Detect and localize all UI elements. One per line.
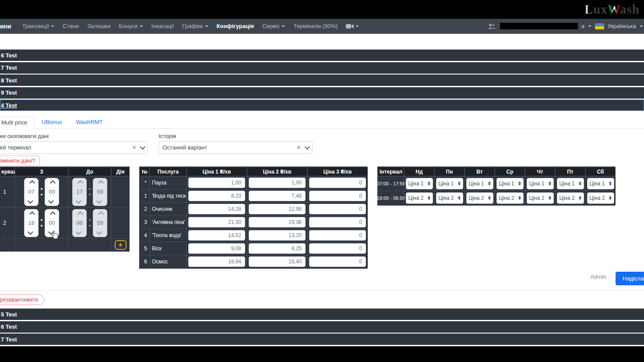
minute-value[interactable]: 00 — [45, 218, 59, 227]
price3-input[interactable] — [309, 243, 366, 254]
terminal-label[interactable]: 8 Test — [1, 77, 17, 84]
history-select[interactable]: Останній варіант ✕ — [158, 141, 313, 154]
terminal-row[interactable]: 9 Test — [0, 87, 644, 99]
hour-value[interactable]: 18 — [25, 218, 38, 227]
price1-input[interactable] — [188, 230, 245, 241]
price1-input[interactable] — [188, 217, 245, 227]
terminal-row[interactable]: 8 Test — [0, 75, 644, 86]
terminal-row-selected[interactable]: 4 Test — [0, 99, 644, 111]
col-header-service: Послуга — [150, 167, 187, 176]
user-menu[interactable]: a — [581, 23, 584, 29]
tab-ubonus[interactable]: UBonus — [35, 117, 69, 128]
spinner-down-icon[interactable] — [48, 229, 54, 235]
price3-input[interactable] — [309, 256, 366, 267]
add-interval-button[interactable]: + — [115, 240, 127, 250]
nav-item-service[interactable]: Сервіс — [262, 23, 285, 29]
nav-item-configuration[interactable]: Конфігурація — [217, 23, 254, 29]
price-select-fri[interactable]: Ціна 2 — [557, 192, 584, 204]
price2-input[interactable] — [249, 230, 306, 241]
price-select-sat[interactable]: Ціна 1 — [587, 178, 614, 189]
nav-item-charts[interactable]: Графіки — [182, 23, 208, 29]
spinner-up-icon[interactable] — [50, 211, 56, 217]
spinner-up-icon[interactable] — [50, 180, 56, 186]
terminal-row[interactable]: 6 Test — [0, 321, 644, 333]
change-data-button[interactable]: змінити дані? — [0, 156, 40, 166]
price-select-sun[interactable]: Ціна 1 — [406, 178, 433, 189]
price-select-wed[interactable]: Ціна 1 — [496, 178, 524, 189]
terminal-label[interactable]: 7 Test — [1, 336, 17, 343]
price1-input[interactable] — [188, 177, 245, 188]
service-name: Очисник — [150, 202, 187, 216]
terminal-list-top: 6 Test 7 Test 8 Test 9 Test 4 Test — [0, 50, 644, 112]
price1-input[interactable] — [188, 256, 245, 267]
price1-input[interactable] — [188, 191, 245, 201]
action-header: Дія — [111, 167, 130, 176]
price-select-thu[interactable]: Ціна 1 — [527, 178, 554, 189]
nav-item-balances[interactable]: Залишки — [87, 23, 110, 29]
price3-input[interactable] — [309, 217, 366, 227]
col-header-fri: Пт — [555, 167, 585, 176]
nav-item-transactions[interactable]: Транзакції — [22, 23, 55, 29]
copy-from-select[interactable]: ей термінал ✕ — [0, 141, 148, 154]
clear-icon[interactable]: ✕ — [132, 144, 137, 151]
submit-button[interactable]: Надіслати — [616, 272, 644, 285]
nav-item-terminals[interactable]: Термінали (90%) — [293, 23, 338, 29]
price2-input[interactable] — [249, 256, 306, 267]
spinner-down-icon[interactable] — [28, 229, 33, 235]
price1-input[interactable] — [188, 243, 245, 254]
price2-input[interactable] — [249, 191, 306, 201]
terminal-label[interactable]: 9 Test — [1, 89, 17, 96]
nav-item-collections[interactable]: Інкасації — [151, 23, 174, 29]
price2-input[interactable] — [249, 177, 306, 188]
price-select-sun[interactable]: Ціна 2 — [406, 192, 433, 204]
price1-input[interactable] — [188, 204, 245, 214]
price-select-thu[interactable]: Ціна 2 — [527, 192, 554, 204]
price-select-tue[interactable]: Ціна 1 — [466, 178, 493, 189]
tab-multi-price[interactable]: Multi price — [0, 117, 35, 129]
nav-item-bonuses[interactable]: Бонуси — [119, 23, 143, 29]
hour-value[interactable]: 07 — [25, 187, 38, 196]
minute-spinner[interactable]: 00 — [45, 209, 59, 237]
reload-button[interactable]: резавантажити — [0, 295, 44, 305]
terminal-label[interactable]: 4 Test — [1, 102, 17, 109]
minute-value[interactable]: 00 — [45, 187, 59, 196]
price2-input[interactable] — [249, 204, 306, 214]
terminal-row[interactable]: 7 Test — [0, 62, 644, 74]
chevron-down-icon[interactable] — [305, 144, 310, 150]
price-select-mon[interactable]: Ціна 1 — [436, 178, 463, 189]
clear-icon[interactable]: ✕ — [296, 144, 301, 151]
price-select-sat[interactable]: Ціна 2 — [587, 192, 614, 204]
tab-washrmt[interactable]: WashRMT — [69, 117, 110, 128]
price-select-tue[interactable]: Ціна 2 — [466, 192, 493, 204]
price3-input[interactable] — [309, 177, 366, 188]
spinner-down-icon[interactable] — [28, 198, 33, 204]
terminal-label[interactable]: 6 Test — [1, 323, 17, 330]
spinner-up-icon[interactable] — [29, 180, 35, 186]
terminal-row[interactable]: 6 Test — [0, 50, 644, 61]
minute-spinner[interactable]: 00 — [45, 178, 59, 206]
nav-item-states[interactable]: Стани — [63, 23, 79, 29]
hour-spinner[interactable]: 07 — [24, 178, 39, 206]
col-header-num: № — [140, 167, 150, 176]
price-select-mon[interactable]: Ціна 2 — [436, 192, 463, 204]
spinner-down-icon[interactable] — [48, 198, 54, 204]
price3-input[interactable] — [309, 230, 366, 241]
terminal-row[interactable]: 7 Test — [0, 334, 644, 345]
terminal-row[interactable]: 5 Test — [0, 309, 644, 320]
terminal-label[interactable]: 5 Test — [1, 311, 17, 318]
spinner-up-icon[interactable] — [29, 211, 35, 217]
terminal-label[interactable]: 6 Test — [1, 52, 17, 59]
language-selector[interactable]: Українська — [608, 23, 636, 29]
price3-input[interactable] — [309, 204, 366, 214]
terminal-label[interactable]: 7 Test — [1, 64, 17, 71]
chevron-down-icon[interactable] — [140, 144, 146, 150]
price-select-fri[interactable]: Ціна 1 — [557, 178, 584, 189]
col-header-sun: Нд — [404, 167, 434, 176]
price2-input[interactable] — [249, 243, 306, 254]
price3-input[interactable] — [309, 191, 366, 201]
price2-input[interactable] — [249, 217, 306, 227]
nav-item-cameras[interactable] — [346, 24, 359, 29]
price-select-wed[interactable]: Ціна 2 — [496, 192, 524, 204]
hour-spinner[interactable]: 18 — [24, 209, 39, 237]
navbar-brand[interactable]: ини — [0, 23, 11, 30]
